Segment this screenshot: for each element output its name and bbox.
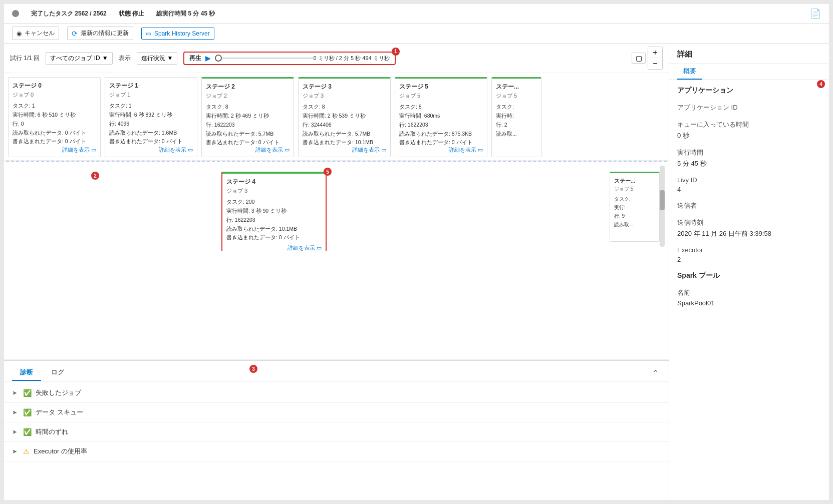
tab-diagnostics[interactable]: 診断 — [12, 365, 41, 381]
badge-2: 2 — [91, 172, 99, 180]
right-panel: 詳細 概要 4 アプリケーション アプリケーション ID キューに入っている時間… — [669, 44, 829, 500]
chevron-icon: ➤ — [12, 389, 17, 396]
play-controls: 再生 ▶ 0 ミリ秒 / 2 分 5 秒 494 ミリ秒 1 — [183, 52, 395, 65]
stage-card-4: ステージ 4 ジョブ 3 タスク: 200 実行時間: 3 秒 90 ミリ秒 行… — [221, 172, 327, 251]
main-content: 試行 1/1 回 すべてのジョブ ID ▼ 表示 進行状況 ▼ 再生 ▶ — [4, 44, 829, 500]
collapse-button[interactable]: ⌃ — [650, 366, 661, 380]
play-button[interactable]: ▶ — [205, 54, 211, 62]
detail-livy-id: Livy ID 4 — [677, 176, 821, 193]
chevron-icon: ➤ — [12, 428, 17, 435]
right-panel-title: 詳細 — [669, 44, 829, 64]
chevron-icon: ➤ — [12, 448, 17, 455]
stage-3-detail-link[interactable]: 詳細を表示 ▭ — [352, 146, 386, 154]
badge-5: 5 — [324, 168, 332, 176]
right-panel-content: 4 アプリケーション アプリケーション ID キューに入っている時間 0 秒 実… — [669, 80, 829, 321]
spark-history-button[interactable]: ▭ Spark History Server — [141, 28, 214, 40]
stage-card-5: ステージ 5 ジョブ 5 タスク: 8 実行時間: 680ms 行: 16222… — [395, 77, 487, 157]
left-panel: 試行 1/1 回 すべてのジョブ ID ▼ 表示 進行状況 ▼ 再生 ▶ — [4, 44, 669, 500]
stage-card-1: ステージ 1 ジョブ 1 タスク: 1 実行時間: 6 秒 892 ミリ秒 行:… — [105, 77, 197, 157]
scrollbar-thumb[interactable] — [660, 190, 665, 210]
cancel-icon: ◉ — [17, 30, 22, 37]
stages-top-row: ステージ 0 ジョブ 0 タスク: 1 実行時間: 6 秒 510 ミリ秒 行:… — [4, 73, 669, 161]
diag-item-executor-usage[interactable]: ➤ ⚠ Executor の使用率 — [4, 442, 669, 461]
total-time: 総実行時間 5 分 45 秒 — [156, 10, 215, 18]
chevron-down-icon: ▼ — [102, 55, 108, 62]
diag-item-failed-jobs[interactable]: ➤ ✅ 失敗したジョブ — [4, 383, 669, 403]
stage-1-detail-link[interactable]: 詳細を表示 ▭ — [159, 146, 193, 154]
cancel-button[interactable]: ◉ キャンセル — [12, 27, 59, 40]
right-panel-tabs: 概要 — [669, 64, 829, 80]
display-dropdown[interactable]: 進行状況 ▼ — [137, 52, 178, 65]
stage-2-detail-link[interactable]: 詳細を表示 ▭ — [255, 146, 290, 154]
tab-logs[interactable]: ログ — [43, 365, 72, 381]
detail-queue-time: キューに入っている時間 0 秒 — [677, 120, 821, 140]
detail-sender: 送信者 — [677, 201, 821, 210]
badge-3: 3 — [249, 365, 257, 373]
detail-spark-pool: Spark プール — [677, 271, 821, 280]
zoom-out-button[interactable]: − — [648, 58, 662, 69]
stage-card-partial: ステー... ジョブ 5 タスク: 実行時: 行: 2 読み取... — [491, 77, 541, 157]
detail-application: アプリケーション — [677, 86, 821, 95]
badge-4: 4 — [817, 80, 825, 88]
time-display: 0 ミリ秒 / 2 分 5 秒 494 ミリ秒 — [313, 55, 389, 62]
detail-exec-time: 実行時間 5 分 45 秒 — [677, 148, 821, 168]
badge-1: 1 — [392, 48, 400, 56]
success-icon-time-skew: ✅ — [23, 428, 32, 436]
stage-card-2: ステージ 2 ジョブ 2 タスク: 8 実行時間: 2 秒 469 ミリ秒 行:… — [201, 77, 294, 157]
detail-executor: Executor 2 — [677, 246, 821, 263]
timeline-slider[interactable] — [215, 58, 315, 59]
fullscreen-button[interactable]: ▢ — [632, 53, 646, 64]
stage-5-detail-link[interactable]: 詳細を表示 ▭ — [449, 146, 483, 154]
diag-item-time-skew[interactable]: ➤ ✅ 時間のずれ — [4, 422, 669, 442]
tab-overview[interactable]: 概要 — [677, 64, 702, 80]
graph-header: 試行 1/1 回 すべてのジョブ ID ▼ 表示 進行状況 ▼ 再生 ▶ — [4, 44, 669, 73]
detail-application-id: アプリケーション ID — [677, 103, 821, 112]
success-icon-failed-jobs: ✅ — [23, 389, 32, 397]
status-icon — [12, 10, 19, 17]
status-bar: 完了したタスク 2562 / 2562 状態 停止 総実行時間 5 分 45 秒… — [4, 4, 829, 24]
refresh-icon: ⟳ — [72, 30, 78, 38]
external-link-icon: ▭ — [146, 30, 151, 37]
success-icon-data-skew: ✅ — [23, 408, 32, 416]
diagnostics-section: 診断 ログ 3 ⌃ ➤ ✅ 失敗したジョブ ➤ ✅ データ スキュー — [4, 360, 669, 500]
stage-card-partial-2: ステー... ジョブ 5 タスク: 実行: 行: 9 読み取... — [610, 172, 660, 242]
job-id-dropdown[interactable]: すべてのジョブ ID ▼ — [46, 52, 112, 65]
detail-pool-name: 名前 SparkPool01 — [677, 288, 821, 307]
zoom-in-button[interactable]: + — [648, 47, 662, 58]
play-label: 再生 — [189, 54, 201, 63]
stage-card-3: ステージ 3 ジョブ 3 タスク: 8 実行時間: 2 秒 539 ミリ秒 行:… — [298, 77, 391, 157]
document-icon: 📄 — [810, 8, 821, 19]
completed-tasks: 完了したタスク 2562 / 2562 — [31, 10, 107, 18]
toolbar: ◉ キャンセル ⟳ 最新の情報に更新 ▭ Spark History Serve… — [4, 24, 829, 44]
diagnostics-list: ➤ ✅ 失敗したジョブ ➤ ✅ データ スキュー ➤ ✅ 時間のずれ — [4, 381, 669, 463]
trial-label: 試行 1/1 回 — [10, 54, 40, 63]
vertical-scrollbar[interactable] — [660, 166, 665, 247]
stage-card-0: ステージ 0 ジョブ 0 タスク: 1 実行時間: 6 秒 510 ミリ秒 行:… — [8, 77, 101, 157]
stage-0-detail-link[interactable]: 詳細を表示 ▭ — [62, 146, 96, 154]
state: 状態 停止 — [119, 10, 144, 18]
timeline-thumb[interactable] — [215, 55, 222, 62]
detail-sent-time: 送信時刻 2020 年 11 月 26 日午前 3:39:58 — [677, 218, 821, 238]
chevron-icon: ➤ — [12, 409, 17, 416]
chevron-down-icon-2: ▼ — [167, 55, 173, 62]
warning-icon-executor-usage: ⚠ — [23, 447, 30, 455]
refresh-button[interactable]: ⟳ 最新の情報に更新 — [67, 27, 133, 40]
display-label: 表示 — [119, 54, 131, 63]
bottom-graph-area: 2 ステージ 4 ジョブ 3 タスク: 200 実行時間: 3 秒 90 ミリ秒… — [6, 161, 667, 251]
diag-item-data-skew[interactable]: ➤ ✅ データ スキュー — [4, 403, 669, 422]
diagnostics-tabs: 診断 ログ 3 ⌃ — [4, 361, 669, 381]
stage-4-detail-link[interactable]: 詳細を表示 ▭ — [226, 244, 322, 251]
